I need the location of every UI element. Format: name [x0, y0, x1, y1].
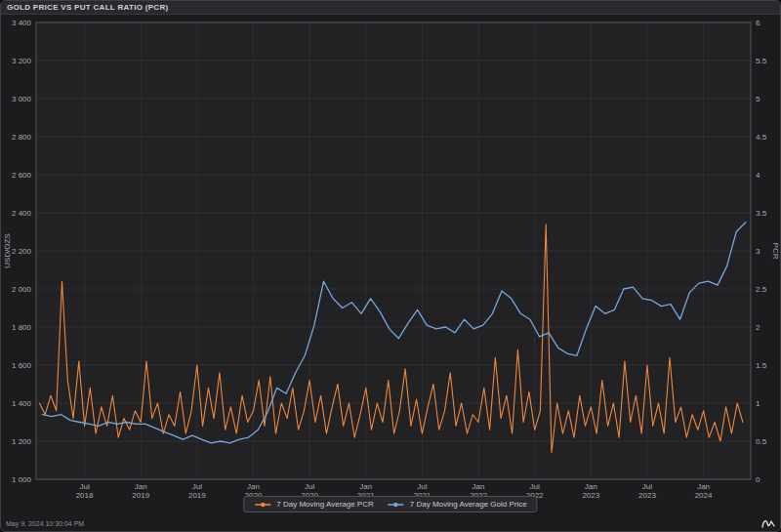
svg-text:Jul: Jul: [79, 482, 89, 491]
svg-text:Jul: Jul: [530, 482, 540, 491]
svg-text:2 800: 2 800: [12, 133, 32, 142]
svg-text:1 800: 1 800: [12, 323, 32, 332]
svg-text:2 600: 2 600: [12, 171, 32, 180]
svg-text:Jan: Jan: [585, 482, 597, 491]
svg-text:2019: 2019: [132, 491, 149, 500]
chart-title: GOLD PRICE VS PUT CALL RATIO (PCR): [7, 3, 168, 12]
gold-line-marker: [388, 501, 405, 509]
svg-text:0.5: 0.5: [756, 437, 767, 446]
svg-text:2023: 2023: [638, 491, 656, 500]
legend: 7 Day Moving Average PCR 7 Day Moving Av…: [243, 496, 537, 512]
svg-text:2: 2: [756, 323, 760, 332]
legend-item-pcr[interactable]: 7 Day Moving Average PCR: [254, 500, 373, 509]
svg-text:Jan: Jan: [135, 482, 147, 491]
svg-text:2023: 2023: [582, 491, 599, 500]
svg-text:1.5: 1.5: [756, 361, 767, 370]
svg-text:3.5: 3.5: [756, 209, 767, 218]
svg-text:2018: 2018: [76, 491, 94, 500]
right-axis-title: PCR: [771, 243, 780, 260]
svg-text:3 200: 3 200: [12, 57, 32, 65]
svg-text:1 400: 1 400: [12, 399, 32, 408]
svg-text:2 400: 2 400: [12, 209, 32, 218]
svg-text:1: 1: [756, 399, 760, 408]
svg-text:5.5: 5.5: [756, 57, 767, 65]
svg-text:4: 4: [756, 171, 760, 180]
svg-text:2 000: 2 000: [12, 285, 32, 294]
svg-text:3: 3: [756, 247, 760, 256]
svg-text:Jan: Jan: [473, 482, 485, 491]
pcr-line-marker: [254, 501, 271, 509]
timestamp: May 9, 2024 10:30:04 PM: [6, 520, 84, 527]
chart-window: GOLD PRICE VS PUT CALL RATIO (PCR) 3 400…: [0, 0, 781, 532]
status-bar: May 9, 2024 10:30:04 PM: [1, 515, 780, 531]
svg-text:3 000: 3 000: [12, 95, 32, 103]
svg-text:3 400: 3 400: [12, 19, 32, 27]
svg-text:Jan: Jan: [247, 482, 260, 491]
legend-label-gold: 7 Day Moving Average Gold Price: [410, 500, 527, 509]
svg-text:Jul: Jul: [305, 482, 314, 491]
svg-text:2 200: 2 200: [12, 247, 32, 256]
right-axis-ticks: 65.554.543.532.521.510.50: [756, 19, 767, 484]
svg-text:Jan: Jan: [359, 482, 372, 491]
legend-item-gold[interactable]: 7 Day Moving Average Gold Price: [388, 500, 527, 509]
svg-text:1 200: 1 200: [12, 437, 32, 446]
svg-text:5: 5: [756, 95, 760, 103]
left-axis-title: USD/OZS: [3, 233, 12, 268]
left-axis-ticks: 3 4003 2003 0002 8002 6002 4002 2002 000…: [12, 19, 32, 484]
svg-text:Jul: Jul: [192, 482, 202, 491]
svg-text:2024: 2024: [695, 491, 713, 500]
svg-text:Jul: Jul: [417, 482, 427, 491]
svg-text:6: 6: [756, 19, 760, 27]
svg-text:0: 0: [756, 475, 760, 484]
chart-title-bar: GOLD PRICE VS PUT CALL RATIO (PCR): [1, 1, 780, 15]
svg-text:4.5: 4.5: [756, 133, 767, 142]
svg-text:2.5: 2.5: [756, 285, 767, 294]
chart-canvas[interactable]: 3 4003 2003 0002 8002 6002 4002 2002 000…: [1, 15, 781, 501]
svg-text:1 000: 1 000: [12, 475, 32, 484]
svg-text:Jul: Jul: [642, 482, 652, 491]
svg-text:2019: 2019: [188, 491, 206, 500]
svg-text:1 600: 1 600: [12, 361, 32, 370]
svg-text:Jan: Jan: [697, 482, 710, 491]
pen-squiggle-logo-icon[interactable]: [761, 517, 775, 529]
legend-label-pcr: 7 Day Moving Average PCR: [276, 500, 373, 509]
